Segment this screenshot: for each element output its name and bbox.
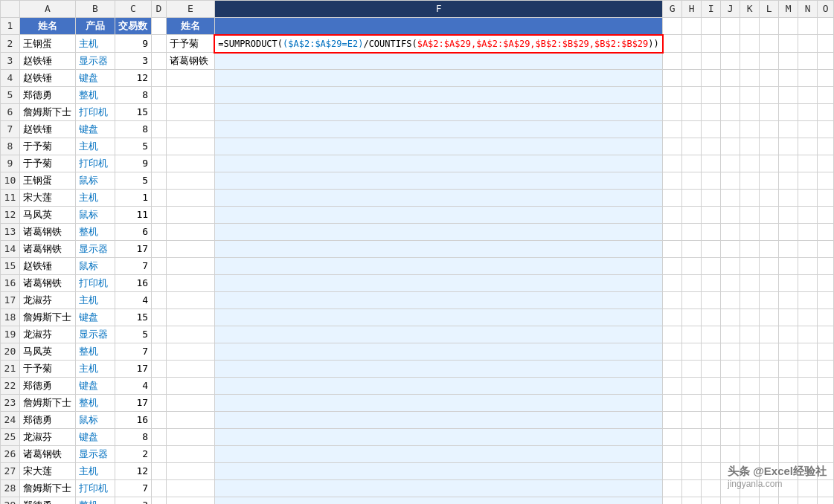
cell-K14[interactable] (740, 241, 760, 258)
cell-J29[interactable] (721, 497, 740, 505)
cell-C4[interactable]: 12 (115, 70, 151, 87)
cell-F2[interactable]: =SUMPRODUCT(($A$2:$A$29=E2)/COUNTIFS($A$… (214, 35, 662, 53)
cell-A6[interactable]: 詹姆斯下士 (19, 104, 75, 121)
cell-I9[interactable] (702, 155, 721, 172)
cell-G1[interactable] (663, 18, 682, 35)
cell-E18[interactable] (166, 309, 214, 326)
cell-G23[interactable] (663, 395, 682, 412)
cell-H16[interactable] (682, 275, 702, 292)
cell-B2[interactable]: 主机 (76, 35, 115, 53)
cell-I14[interactable] (702, 241, 721, 258)
cell-B20[interactable]: 整机 (76, 343, 115, 361)
cell-H29[interactable] (682, 497, 702, 505)
cell-O8[interactable] (818, 138, 834, 155)
col-header-I[interactable]: I (702, 1, 721, 18)
cell-D21[interactable] (152, 361, 167, 378)
cell-C19[interactable]: 5 (115, 326, 151, 343)
cell-O3[interactable] (818, 53, 834, 70)
col-header-L[interactable]: L (760, 1, 779, 18)
cell-E29[interactable] (166, 497, 214, 505)
cell-O11[interactable] (818, 190, 834, 207)
cell-M20[interactable] (779, 343, 798, 361)
cell-F11[interactable] (214, 190, 662, 207)
cell-A22[interactable]: 郑德勇 (19, 378, 75, 395)
cell-E11[interactable] (166, 190, 214, 207)
cell-J22[interactable] (721, 378, 740, 395)
cell-G15[interactable] (663, 258, 682, 275)
cell-C29[interactable]: 3 (115, 497, 151, 505)
cell-B8[interactable]: 主机 (76, 138, 115, 155)
cell-J15[interactable] (721, 258, 740, 275)
cell-B10[interactable]: 鼠标 (76, 172, 115, 190)
cell-F26[interactable] (214, 446, 662, 463)
cell-C3[interactable]: 3 (115, 53, 151, 70)
cell-D1[interactable] (152, 18, 167, 35)
cell-E19[interactable] (166, 326, 214, 343)
cell-K1[interactable] (740, 18, 760, 35)
cell-M23[interactable] (779, 395, 798, 412)
cell-F14[interactable] (214, 241, 662, 258)
cell-N4[interactable] (798, 70, 818, 87)
cell-A2[interactable]: 王钢蛋 (19, 35, 75, 53)
cell-H18[interactable] (682, 309, 702, 326)
cell-J24[interactable] (721, 412, 740, 429)
cell-B3[interactable]: 显示器 (76, 53, 115, 70)
cell-M14[interactable] (779, 241, 798, 258)
cell-A8[interactable]: 于予菊 (19, 138, 75, 155)
cell-D26[interactable] (152, 446, 167, 463)
cell-J16[interactable] (721, 275, 740, 292)
cell-M25[interactable] (779, 429, 798, 446)
cell-A23[interactable]: 詹姆斯下士 (19, 395, 75, 412)
cell-F27[interactable] (214, 463, 662, 480)
cell-A9[interactable]: 于予菊 (19, 155, 75, 172)
cell-H19[interactable] (682, 326, 702, 343)
cell-C9[interactable]: 9 (115, 155, 151, 172)
cell-F1[interactable] (214, 18, 662, 35)
cell-J19[interactable] (721, 326, 740, 343)
cell-H23[interactable] (682, 395, 702, 412)
cell-D19[interactable] (152, 326, 167, 343)
cell-C18[interactable]: 15 (115, 309, 151, 326)
cell-F17[interactable] (214, 292, 662, 309)
cell-N10[interactable] (798, 172, 818, 190)
cell-E22[interactable] (166, 378, 214, 395)
cell-B24[interactable]: 鼠标 (76, 412, 115, 429)
cell-K25[interactable] (740, 429, 760, 446)
col-header-G[interactable]: G (663, 1, 682, 18)
cell-B6[interactable]: 打印机 (76, 104, 115, 121)
cell-K20[interactable] (740, 343, 760, 361)
cell-E1[interactable]: 姓名 (166, 18, 214, 35)
cell-M26[interactable] (779, 446, 798, 463)
cell-K5[interactable] (740, 87, 760, 104)
cell-J4[interactable] (721, 70, 740, 87)
cell-J1[interactable] (721, 18, 740, 35)
cell-B21[interactable]: 主机 (76, 361, 115, 378)
cell-M5[interactable] (779, 87, 798, 104)
col-header-H[interactable]: H (682, 1, 702, 18)
cell-E25[interactable] (166, 429, 214, 446)
cell-N17[interactable] (798, 292, 818, 309)
cell-K3[interactable] (740, 53, 760, 70)
cell-L9[interactable] (760, 155, 779, 172)
cell-L10[interactable] (760, 172, 779, 190)
cell-C8[interactable]: 5 (115, 138, 151, 155)
cell-A19[interactable]: 龙淑芬 (19, 326, 75, 343)
cell-F6[interactable] (214, 104, 662, 121)
cell-K8[interactable] (740, 138, 760, 155)
cell-G6[interactable] (663, 104, 682, 121)
cell-B9[interactable]: 打印机 (76, 155, 115, 172)
cell-M22[interactable] (779, 378, 798, 395)
col-header-F[interactable]: F (214, 1, 662, 18)
cell-I7[interactable] (702, 121, 721, 138)
cell-J12[interactable] (721, 207, 740, 224)
cell-L6[interactable] (760, 104, 779, 121)
col-header-B[interactable]: B (76, 1, 115, 18)
cell-G26[interactable] (663, 446, 682, 463)
cell-D23[interactable] (152, 395, 167, 412)
cell-B22[interactable]: 键盘 (76, 378, 115, 395)
cell-F9[interactable] (214, 155, 662, 172)
cell-L3[interactable] (760, 53, 779, 70)
cell-H12[interactable] (682, 207, 702, 224)
cell-B17[interactable]: 主机 (76, 292, 115, 309)
cell-A17[interactable]: 龙淑芬 (19, 292, 75, 309)
